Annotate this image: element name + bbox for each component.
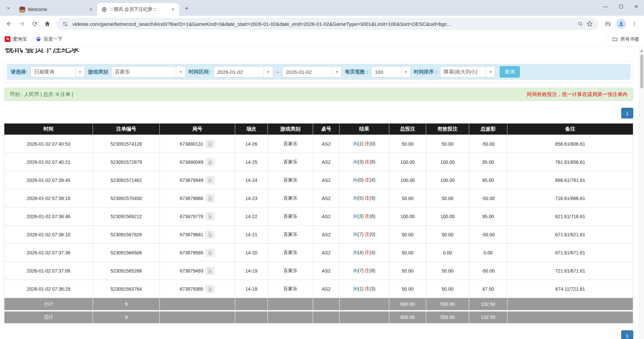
- chevron-down-icon: ▼: [263, 66, 273, 77]
- player-score: (5): [358, 195, 363, 201]
- media-controls-button[interactable]: [601, 17, 614, 30]
- round-number: 673879949: [180, 178, 203, 183]
- video-replay-button[interactable]: [205, 140, 215, 148]
- player-label: 闲: [353, 232, 358, 237]
- video-replay-button[interactable]: [205, 231, 215, 239]
- cell-total-bet[interactable]: 50.00: [389, 262, 426, 280]
- cell-time: 2026-01-02 07:37:36: [4, 244, 93, 262]
- search-button[interactable]: 查询: [500, 66, 520, 78]
- subtotal-payout: 132.50: [469, 298, 507, 311]
- cell-note: 674.11/721.61: [507, 280, 633, 298]
- player-score: (1): [358, 141, 363, 146]
- back-button[interactable]: [3, 17, 15, 30]
- date-start-select[interactable]: 2026-01-02 ▼: [213, 66, 273, 78]
- game-type-select[interactable]: 百家乐 ▼: [111, 66, 186, 78]
- home-button[interactable]: [41, 17, 54, 30]
- subtotal-label: 小计: [4, 298, 93, 311]
- cell-session: 14-23: [235, 189, 267, 207]
- subtotal-count: 9: [93, 298, 160, 311]
- cell-note: 761.61/856.61: [507, 153, 633, 171]
- bookmarks-bar: 淘 爱淘宝 百度一下 所有书签: [0, 32, 644, 47]
- cell-session: 14-20: [235, 244, 267, 262]
- cell-table: AS2: [313, 189, 340, 207]
- total-total-bet: 600.00: [389, 311, 426, 324]
- cell-total-bet[interactable]: 100.00: [389, 207, 426, 226]
- col-time: 时间: [4, 124, 93, 135]
- close-window-button[interactable]: ×: [629, 0, 644, 13]
- player-label: 闲: [353, 159, 358, 164]
- cell-total-bet[interactable]: 50.00: [389, 226, 426, 244]
- cell-game-type: 百家乐: [268, 171, 313, 189]
- video-replay-button[interactable]: [205, 158, 215, 166]
- video-replay-button[interactable]: [205, 249, 215, 257]
- table-row: 2026-01-02 07:37:06 523091565268 6738794…: [4, 262, 633, 280]
- video-replay-button[interactable]: [205, 285, 215, 293]
- bookmark-baidu[interactable]: 百度一下: [36, 36, 62, 42]
- bookmark-star-icon[interactable]: [585, 19, 594, 29]
- cell-game-type: 百家乐: [268, 207, 313, 226]
- col-session: 场次: [235, 124, 267, 135]
- col-game-type: 游戏类别: [268, 124, 313, 135]
- banker-score: (8): [369, 159, 375, 164]
- forward-button[interactable]: [15, 17, 28, 30]
- cell-round: 673879385: [159, 280, 235, 298]
- tab-betrecord[interactable]: :::视讯 会员下注纪录::: ×: [97, 3, 179, 16]
- reload-button[interactable]: [28, 17, 41, 30]
- cell-total-bet[interactable]: 100.00: [389, 171, 426, 189]
- cell-result: 闲(3) 庄(6): [339, 207, 389, 226]
- valid-bet-note: 同局有效投注，统一计算在该局第一张注单内: [527, 91, 628, 98]
- cell-time: 2026-01-02 07:39:45: [4, 171, 93, 189]
- new-tab-button[interactable]: +: [182, 4, 191, 13]
- vertical-scrollbar[interactable]: [639, 48, 644, 339]
- close-tab-icon[interactable]: ×: [88, 6, 94, 12]
- sort-select[interactable]: 降幂(由大到小) ▼: [440, 66, 495, 78]
- video-replay-button[interactable]: [205, 212, 215, 221]
- cell-note: 671.61/621.61: [507, 226, 633, 244]
- cell-table: AS2: [313, 153, 340, 171]
- page-size-select[interactable]: 100 ▼: [371, 66, 411, 78]
- cell-payout: 95.00: [469, 153, 507, 171]
- cell-bet-id: 523091567826: [93, 226, 160, 244]
- maximize-button[interactable]: [613, 0, 629, 13]
- cell-total-bet[interactable]: 50.00: [389, 244, 426, 262]
- table-row: 2026-01-02 07:39:18 523091570450 6738798…: [4, 189, 633, 207]
- close-tab-icon[interactable]: ×: [170, 6, 176, 12]
- tab-search-button[interactable]: [3, 3, 13, 13]
- cell-round: 673879866: [159, 189, 235, 207]
- page-1-button[interactable]: 1: [621, 108, 633, 118]
- site-settings-icon[interactable]: [60, 19, 70, 29]
- cell-total-bet[interactable]: 50.00: [389, 280, 426, 298]
- date-end-select[interactable]: 2026-01-02 ▼: [282, 66, 342, 78]
- table-row: 2026-01-02 07:38:10 523091567826 6738796…: [4, 226, 633, 244]
- page-1-button-bottom[interactable]: 1: [621, 330, 633, 339]
- cell-session: 14-21: [235, 226, 267, 244]
- col-bet-id: 注单编号: [93, 124, 160, 135]
- cell-payout: -50.00: [469, 262, 507, 280]
- cell-bet-id: 523091569212: [93, 207, 160, 226]
- scrollbar-thumb[interactable]: [640, 55, 643, 88]
- profile-button[interactable]: [614, 17, 628, 30]
- cell-total-bet[interactable]: 100.00: [389, 153, 426, 171]
- all-bookmarks-button[interactable]: 所有书签: [606, 36, 639, 43]
- video-replay-button[interactable]: [205, 194, 215, 202]
- minimize-button[interactable]: —: [598, 0, 613, 13]
- banker-score: (4): [369, 250, 375, 255]
- scroll-up-icon[interactable]: [640, 50, 643, 52]
- video-replay-button[interactable]: [205, 267, 215, 275]
- player-label: 闲: [353, 213, 358, 219]
- menu-button[interactable]: [628, 17, 641, 30]
- filter-panel: 请选择: 日期查询 ▼ 游戏类别 百家乐 ▼ 时间区间: 2026-01-02 …: [4, 61, 633, 83]
- round-number: 673879493: [180, 268, 203, 274]
- tab-welcome[interactable]: Welcome ×: [15, 3, 97, 16]
- col-note: 备注: [507, 124, 633, 135]
- cell-total-bet[interactable]: 50.00: [389, 189, 426, 207]
- bookmark-taobao[interactable]: 淘 爱淘宝: [5, 36, 27, 42]
- table-row: 2026-01-02 07:39:45 523091571462 6738799…: [4, 171, 633, 189]
- cell-total-bet[interactable]: 50.00: [389, 135, 426, 153]
- player-score: (7): [358, 268, 363, 273]
- zoom-icon[interactable]: [576, 19, 585, 29]
- round-number: 673879385: [180, 286, 203, 292]
- video-replay-button[interactable]: [205, 176, 215, 184]
- address-bar[interactable]: videoie.com/game/betrecord_search/kind3?…: [56, 18, 598, 30]
- query-type-select[interactable]: 日期查询 ▼: [31, 66, 85, 78]
